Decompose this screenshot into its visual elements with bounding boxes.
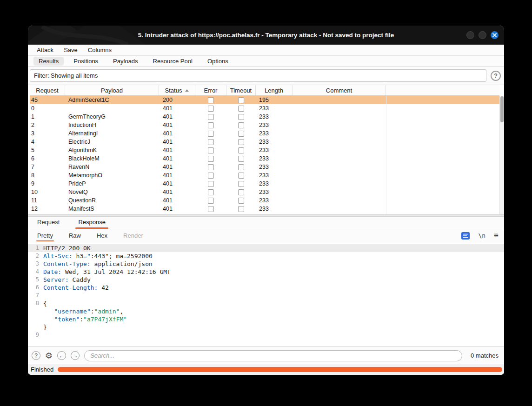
table-row[interactable]: 7RavenN401233 [30,163,499,171]
close-button[interactable] [491,31,499,39]
editor-line: 2Alt-Svc: h3=":443"; ma=2592000 [28,252,504,260]
cell-comment [293,121,386,129]
show-newlines-icon[interactable]: \n [478,232,485,239]
cell-length: 233 [256,104,293,113]
editor-tab-render[interactable]: Render [120,230,146,242]
line-number: 4 [28,268,39,276]
menu-item-save[interactable]: Save [60,46,82,54]
line-content: } [39,323,47,331]
error-checkbox[interactable] [208,173,214,179]
next-match-icon[interactable]: → [71,351,80,360]
table-row[interactable]: 3AlternatingI401233 [30,129,499,138]
timeout-checkbox[interactable] [238,164,244,170]
error-checkbox[interactable] [208,147,214,153]
error-checkbox[interactable] [208,97,214,103]
cell-error [195,121,226,129]
editor-menu-icon[interactable]: ≡ [494,232,499,240]
editor-line: } [28,323,504,331]
search-input[interactable] [84,350,462,361]
table-scrollbar[interactable] [499,96,504,214]
table-row[interactable]: 1GermTheoryG401233 [30,113,499,121]
error-checkbox[interactable] [208,164,214,170]
error-checkbox[interactable] [208,106,214,112]
table-row[interactable]: 8MetamorphO401233 [30,171,499,180]
error-checkbox[interactable] [208,139,214,145]
table-row[interactable]: 45AdminSecret1C200195 [30,96,499,104]
table-row[interactable]: 0401233 [30,104,499,113]
error-checkbox[interactable] [208,156,214,162]
filter-help-icon[interactable]: ? [491,71,501,81]
error-checkbox[interactable] [208,131,214,137]
error-checkbox[interactable] [208,181,214,187]
line-number [28,307,39,315]
table-row[interactable]: 12ManifestS401233 [30,205,499,213]
cell-payload [65,104,159,113]
message-tab-request[interactable]: Request [34,219,62,229]
table-row[interactable]: 5AlgorithmK401233 [30,146,499,154]
menu-item-columns[interactable]: Columns [84,46,116,54]
tab-payloads[interactable]: Payloads [108,57,143,66]
timeout-checkbox[interactable] [238,198,244,204]
message-tab-response[interactable]: Response [75,219,108,229]
response-editor[interactable]: 1HTTP/2 200 OK2Alt-Svc: h3=":443"; ma=25… [28,242,504,346]
maximize-button[interactable] [479,31,486,39]
table-row[interactable]: 11QuestionR401233 [30,196,499,205]
timeout-checkbox[interactable] [238,114,244,120]
cell-length: 233 [256,113,293,121]
table-row[interactable]: 4ElectricJ401233 [30,138,499,146]
editor-tab-raw[interactable]: Raw [66,230,84,242]
table-row[interactable]: 9PrideP401233 [30,180,499,188]
table-scrollbar-thumb[interactable] [500,96,504,122]
timeout-checkbox[interactable] [238,206,244,212]
cell-status: 401 [159,163,195,171]
column-header-timeout[interactable]: Timeout [226,85,256,95]
search-settings-icon[interactable]: ⚙ [45,352,53,360]
prev-match-icon[interactable]: ← [57,351,66,360]
cell-timeout [226,154,256,163]
error-checkbox[interactable] [208,122,214,128]
cell-timeout [226,163,256,171]
timeout-checkbox[interactable] [238,173,244,179]
line-number: 2 [28,252,39,260]
column-header-request[interactable]: Request [30,85,65,95]
cell-filler [386,163,499,171]
timeout-checkbox[interactable] [238,97,244,103]
column-header-payload[interactable]: Payload [65,85,159,95]
error-checkbox[interactable] [208,198,214,204]
line-content: Server: Caddy [39,276,91,284]
timeout-checkbox[interactable] [238,122,244,128]
timeout-checkbox[interactable] [238,131,244,137]
column-header-error[interactable]: Error [195,85,226,95]
tab-positions[interactable]: Positions [68,57,103,66]
column-header-comment[interactable]: Comment [293,85,386,95]
tab-resource-pool[interactable]: Resource Pool [148,57,198,66]
pretty-print-icon[interactable] [461,232,470,240]
column-header-length[interactable]: Length [256,85,293,95]
timeout-checkbox[interactable] [238,139,244,145]
cell-request: 3 [30,129,65,138]
table-row[interactable]: 6BlackHoleM401233 [30,154,499,163]
table-row[interactable]: 10NovelQ401233 [30,188,499,196]
search-help-icon[interactable]: ? [32,351,40,360]
error-checkbox[interactable] [208,206,214,212]
cell-comment [293,138,386,146]
menu-item-attack[interactable]: Attack [33,46,58,54]
filter-bar[interactable]: Filter: Showing all items [30,69,486,82]
editor-tab-hex[interactable]: Hex [94,230,110,242]
timeout-checkbox[interactable] [238,181,244,187]
tab-results[interactable]: Results [33,57,64,66]
minimize-button[interactable] [466,31,474,39]
timeout-checkbox[interactable] [238,156,244,162]
cell-status: 401 [159,113,195,121]
error-checkbox[interactable] [208,189,214,195]
column-header-status[interactable]: Status [159,85,195,95]
titlebar[interactable]: 5. Intruder attack of https://poc.athela… [28,26,504,45]
timeout-checkbox[interactable] [238,106,244,112]
table-row[interactable]: 2InductionH401233 [30,121,499,129]
timeout-checkbox[interactable] [238,147,244,153]
error-checkbox[interactable] [208,114,214,120]
editor-tab-pretty[interactable]: Pretty [34,230,56,242]
code-segment: Content-Type: [43,260,91,267]
timeout-checkbox[interactable] [238,189,244,195]
tab-options[interactable]: Options [202,57,233,66]
